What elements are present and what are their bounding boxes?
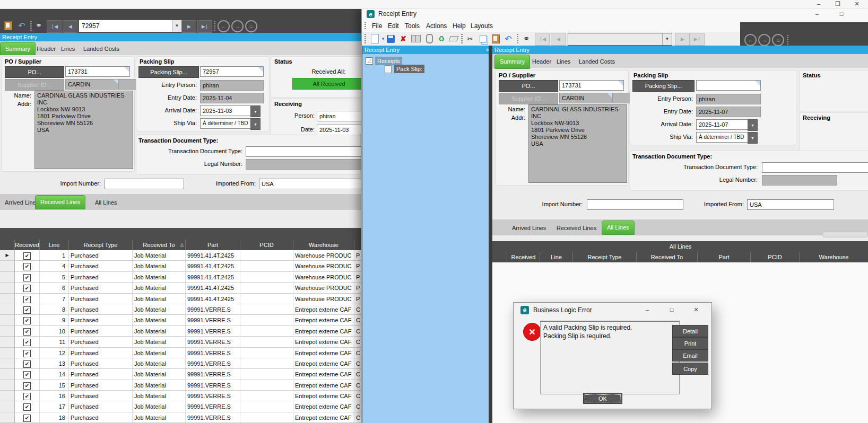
grid-cell[interactable]: Job Material bbox=[133, 391, 186, 401]
row-selector[interactable] bbox=[0, 326, 15, 337]
right-maximize-button[interactable]: □ bbox=[832, 10, 850, 18]
received-checkbox-cell[interactable]: ✔ bbox=[15, 326, 40, 337]
checkbox-checked-icon[interactable]: ✔ bbox=[23, 382, 31, 390]
grid-cell[interactable]: 18 bbox=[40, 412, 69, 423]
ok-button[interactable]: OK bbox=[583, 393, 622, 404]
menu-edit[interactable]: Edit bbox=[384, 20, 403, 32]
tree-node-receipts[interactable]: Receipts bbox=[375, 57, 402, 65]
packing-slip-button[interactable]: Packing Slip... bbox=[632, 80, 695, 92]
grid-cell[interactable]: Purchased bbox=[69, 326, 133, 337]
grid-cell[interactable]: Purchased bbox=[69, 380, 133, 391]
forward-icon[interactable]: → bbox=[231, 20, 244, 32]
tab-summary[interactable]: Summary bbox=[0, 42, 36, 56]
grid-cell[interactable]: 99991.41.4T.2425 bbox=[186, 294, 240, 304]
ship-via-field[interactable]: À déterminer / TBD bbox=[696, 132, 751, 143]
toolbar-grip[interactable] bbox=[364, 34, 366, 43]
grid-cell[interactable]: Job Material bbox=[133, 369, 186, 380]
grid-cell[interactable]: Purchased bbox=[69, 358, 133, 369]
received-checkbox-cell[interactable]: ✔ bbox=[15, 369, 40, 380]
table-row[interactable]: ✔16PurchasedJob Material99991.VERRE.SEnt… bbox=[0, 391, 361, 401]
table-row[interactable]: ✔8PurchasedJob Material99991.VERRE.SEntr… bbox=[0, 304, 361, 315]
received-checkbox-cell[interactable]: ✔ bbox=[15, 261, 40, 271]
import-number-field[interactable] bbox=[105, 179, 184, 189]
col-header-warehouse[interactable]: Warehouse bbox=[800, 252, 868, 262]
home-icon[interactable]: ⌂ bbox=[772, 34, 784, 46]
grid-cell[interactable]: C bbox=[354, 401, 361, 412]
checkbox-checked-icon[interactable]: ✔ bbox=[23, 360, 31, 368]
checkbox-checked-icon[interactable]: ✔ bbox=[23, 339, 31, 346]
grid-cell[interactable]: Purchased bbox=[69, 369, 133, 380]
ship-via-field[interactable]: À déterminer / TBD bbox=[200, 118, 254, 129]
grid-cell[interactable] bbox=[240, 380, 293, 391]
imported-from-field[interactable]: USA bbox=[747, 199, 834, 210]
search-binoculars-icon[interactable]: ⚭ bbox=[33, 20, 44, 31]
save-icon[interactable] bbox=[385, 33, 396, 44]
grid-cell[interactable]: 6 bbox=[40, 283, 69, 293]
po-button[interactable]: PO... bbox=[499, 80, 558, 92]
grid-cell[interactable] bbox=[240, 358, 293, 369]
received-checkbox-cell[interactable]: ✔ bbox=[15, 294, 40, 304]
table-row[interactable]: ✔9PurchasedJob Material99991.VERRE.SEntr… bbox=[0, 315, 361, 325]
po-number-field[interactable]: 173731 bbox=[559, 80, 624, 91]
table-row[interactable]: ✔4PurchasedJob Material99991.41.4T.2425W… bbox=[0, 261, 361, 271]
grid-cell[interactable]: P bbox=[354, 294, 361, 304]
grid-cell[interactable]: C bbox=[354, 380, 361, 391]
received-checkbox-cell[interactable]: ✔ bbox=[15, 412, 40, 423]
col-header-part[interactable]: Part bbox=[186, 240, 240, 250]
col-header-partial[interactable] bbox=[354, 240, 361, 250]
grid-cell[interactable]: 15 bbox=[40, 380, 69, 391]
copy-button[interactable]: Copy bbox=[672, 363, 708, 375]
row-selector[interactable] bbox=[0, 283, 15, 293]
received-checkbox-cell[interactable]: ✔ bbox=[15, 283, 40, 293]
row-selector[interactable] bbox=[0, 348, 15, 358]
grid-cell[interactable]: Warehouse PRODUC bbox=[293, 294, 354, 304]
dialog-minimize-button[interactable]: – bbox=[642, 306, 653, 314]
checkbox-checked-icon[interactable]: ✔ bbox=[23, 296, 31, 303]
grid-cell[interactable]: 13 bbox=[40, 358, 69, 369]
checkbox-checked-icon[interactable]: ✔ bbox=[23, 252, 31, 260]
grid-cell[interactable]: C bbox=[354, 391, 361, 401]
grid-cell[interactable]: Purchased bbox=[69, 337, 133, 347]
right-minimize-button[interactable]: – bbox=[808, 10, 826, 18]
grid-cell[interactable]: Job Material bbox=[133, 401, 186, 412]
table-row[interactable]: ✔11PurchasedJob Material99991.VERRE.SEnt… bbox=[0, 337, 361, 347]
grid-cell[interactable]: P bbox=[354, 261, 361, 271]
row-selector[interactable] bbox=[0, 261, 15, 271]
grid-cell[interactable]: 99991.VERRE.S bbox=[186, 348, 240, 358]
grid-cell[interactable]: Entrepot externe CAF bbox=[293, 337, 354, 347]
grid-cell[interactable]: Job Material bbox=[133, 326, 186, 337]
last-record-button[interactable]: ▶❘ bbox=[690, 33, 705, 46]
arrival-date-dropdown-icon[interactable]: ▼ bbox=[250, 105, 261, 117]
import-number-field[interactable] bbox=[587, 199, 683, 210]
checkbox-checked-icon[interactable]: ✔ bbox=[23, 403, 31, 411]
arrival-date-dropdown-icon[interactable]: ▼ bbox=[748, 119, 758, 131]
grid-cell[interactable]: Warehouse PRODUC bbox=[293, 283, 354, 293]
grid-cell[interactable] bbox=[240, 326, 293, 337]
grid-cell[interactable]: 99991.VERRE.S bbox=[186, 391, 240, 401]
row-selector[interactable] bbox=[0, 315, 15, 325]
grid-cell[interactable] bbox=[240, 250, 293, 261]
undo-icon[interactable]: ↶ bbox=[503, 33, 514, 44]
grid-cell[interactable]: Purchased bbox=[69, 294, 133, 304]
checkbox-checked-icon[interactable]: ✔ bbox=[23, 317, 31, 324]
grid-cell[interactable]: 16 bbox=[40, 391, 69, 401]
packing-slip-field[interactable] bbox=[696, 80, 761, 91]
last-record-button[interactable]: ▶❘ bbox=[197, 20, 212, 33]
grid-cell[interactable] bbox=[240, 272, 293, 283]
checkbox-checked-icon[interactable]: ✔ bbox=[23, 285, 31, 292]
grid-cell[interactable]: 99991.41.4T.2425 bbox=[186, 250, 240, 261]
grid-cell[interactable]: P bbox=[354, 250, 361, 261]
search-binoculars-icon[interactable]: ⚭ bbox=[521, 33, 532, 44]
grid-cell[interactable]: Purchased bbox=[69, 412, 133, 423]
grid-cell[interactable]: Purchased bbox=[69, 348, 133, 358]
grid-cell[interactable]: C bbox=[354, 358, 361, 369]
row-selector[interactable]: ▶ bbox=[0, 250, 15, 261]
grid-cell[interactable]: Purchased bbox=[69, 401, 133, 412]
next-record-button[interactable]: ▶ bbox=[181, 20, 196, 33]
tab-landed-costs[interactable]: Landed Costs bbox=[79, 42, 124, 55]
grid-corner-cell[interactable] bbox=[492, 252, 507, 262]
row-selector[interactable] bbox=[0, 391, 15, 401]
grid-cell[interactable]: Purchased bbox=[69, 304, 133, 315]
row-selector[interactable] bbox=[0, 369, 15, 380]
table-row[interactable]: ✔15PurchasedJob Material99991.VERRE.SEnt… bbox=[0, 380, 361, 391]
